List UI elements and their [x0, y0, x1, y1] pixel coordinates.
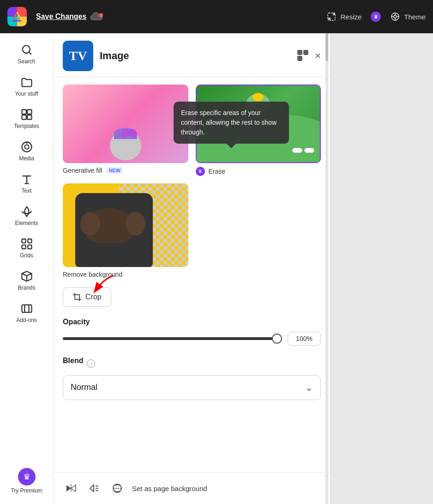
slider-thumb[interactable] — [272, 334, 282, 344]
sidebar-item-media[interactable]: Media — [5, 136, 49, 166]
sidebar-yourstuff-label: Your stuff — [15, 91, 38, 97]
set-bg-label: Set as page background — [132, 485, 207, 492]
generative-fill-label: Generative fill NEW — [63, 167, 188, 174]
svg-rect-10 — [27, 115, 31, 119]
remove-bg-card: Remove background — [63, 183, 188, 278]
crop-button[interactable]: Crop — [63, 287, 111, 307]
blend-value: Normal — [71, 383, 97, 392]
adjust-icon — [88, 483, 100, 493]
remove-bg-thumb[interactable] — [63, 183, 188, 267]
sidebar-grids-label: Grids — [20, 252, 33, 259]
scroll-thumb — [325, 33, 328, 61]
scroll-indicator — [325, 33, 328, 504]
topbar-right: Resize ♛ Theme — [326, 12, 426, 22]
bottom-toolbar: Set as page background — [54, 472, 330, 504]
sidebar: Search Your stuff Templates Media — [0, 33, 54, 504]
panel-title: Image — [100, 50, 129, 62]
sidebar-item-brands[interactable]: Brands — [5, 265, 49, 296]
qr-code-button[interactable] — [296, 49, 309, 63]
premium-crown-icon: ♛ — [371, 12, 381, 22]
sidebar-premium-label: Try Premium — [11, 487, 42, 494]
generative-fill-card: Generative fill NEW — [63, 85, 188, 176]
generative-fill-thumb[interactable] — [63, 85, 188, 163]
main-layout: Search Your stuff Templates Media — [0, 33, 433, 504]
premium-icon: ♛ — [18, 468, 36, 486]
sidebar-media-label: Media — [19, 155, 34, 162]
svg-rect-27 — [299, 57, 301, 60]
canvas-area[interactable] — [331, 33, 433, 504]
panel-header-icons: × — [296, 49, 321, 63]
slider-track — [63, 337, 282, 340]
save-label: Save Changes — [36, 12, 86, 21]
sidebar-addons-label: Add-ons — [16, 317, 37, 323]
sidebar-item-templates[interactable]: Templates — [5, 103, 49, 134]
resize-button[interactable]: Resize — [326, 12, 361, 22]
sidebar-item-text[interactable]: Text — [5, 168, 49, 199]
app-logo[interactable] — [7, 7, 27, 26]
cloud-alert-icon: ! — [90, 12, 103, 22]
texture-icon — [112, 483, 123, 494]
sidebar-item-search[interactable]: Search — [5, 39, 49, 69]
image-thumbnail: TV — [63, 41, 93, 71]
sidebar-item-grids[interactable]: Grids — [5, 233, 49, 263]
blend-label: Blend — [63, 357, 83, 365]
tooltip-text: Erase specific areas of your content, al… — [181, 109, 277, 136]
image-panel: TV Image — [54, 33, 331, 504]
blend-label-row: Blend i — [63, 357, 321, 370]
svg-rect-7 — [22, 110, 26, 114]
erase-text: Erase — [209, 168, 226, 175]
svg-rect-23 — [299, 51, 301, 54]
erase-tooltip: Erase specific areas of your content, al… — [174, 102, 289, 144]
theme-button[interactable]: Theme — [390, 12, 426, 22]
chevron-down-icon: ⌄ — [305, 382, 313, 393]
set-background-button[interactable]: Set as page background — [132, 485, 207, 492]
svg-rect-15 — [28, 239, 31, 243]
theme-label: Theme — [404, 13, 426, 21]
templates-icon — [20, 108, 33, 121]
text-icon — [20, 173, 33, 186]
opacity-slider[interactable] — [63, 334, 282, 343]
sidebar-search-label: Search — [18, 58, 35, 65]
panel-close-button[interactable]: × — [315, 50, 321, 62]
flip-h-icon — [65, 483, 78, 493]
erase-label: ♛ Erase — [196, 167, 321, 176]
remove-bg-label: Remove background — [63, 271, 188, 278]
topbar: Save Changes ! Resize ♛ Theme — [0, 0, 433, 33]
sidebar-item-premium[interactable]: ♛ Try Premium — [5, 463, 49, 498]
sidebar-item-addons[interactable]: Add-ons — [5, 298, 49, 328]
search-icon — [20, 43, 33, 56]
sidebar-elements-label: Elements — [15, 220, 38, 226]
sidebar-brands-label: Brands — [18, 285, 35, 291]
elements-icon — [20, 205, 33, 218]
brands-icon — [20, 270, 33, 283]
qr-icon — [296, 49, 309, 62]
media-icon — [20, 140, 33, 153]
svg-rect-19 — [22, 305, 31, 312]
svg-rect-8 — [27, 110, 31, 114]
blend-info-icon[interactable]: i — [87, 359, 95, 368]
flip-horizontal-button[interactable] — [63, 480, 79, 497]
sidebar-item-your-stuff[interactable]: Your stuff — [5, 71, 49, 102]
grids-icon — [20, 237, 33, 250]
crop-label: Crop — [85, 293, 102, 301]
save-button[interactable]: Save Changes ! — [36, 12, 103, 22]
opacity-label: Opacity — [63, 318, 321, 326]
sidebar-item-elements[interactable]: Elements — [5, 200, 49, 231]
new-badge: NEW — [106, 167, 124, 174]
svg-rect-16 — [22, 245, 25, 249]
opacity-input[interactable] — [288, 332, 321, 346]
panel-header: TV Image — [54, 33, 330, 77]
svg-rect-25 — [305, 51, 307, 54]
generative-fill-text: Generative fill — [63, 167, 102, 174]
texture-button[interactable] — [109, 480, 126, 497]
sidebar-templates-label: Templates — [14, 123, 39, 129]
sidebar-text-label: Text — [21, 188, 31, 194]
svg-point-12 — [24, 145, 29, 149]
resize-label: Resize — [340, 13, 361, 21]
blend-dropdown[interactable]: Normal ⌄ — [63, 375, 321, 400]
adjust-button[interactable] — [86, 480, 102, 497]
erase-premium-icon: ♛ — [196, 167, 205, 176]
folder-icon — [20, 76, 33, 89]
svg-text:!: ! — [101, 14, 102, 18]
svg-point-6 — [22, 46, 30, 53]
